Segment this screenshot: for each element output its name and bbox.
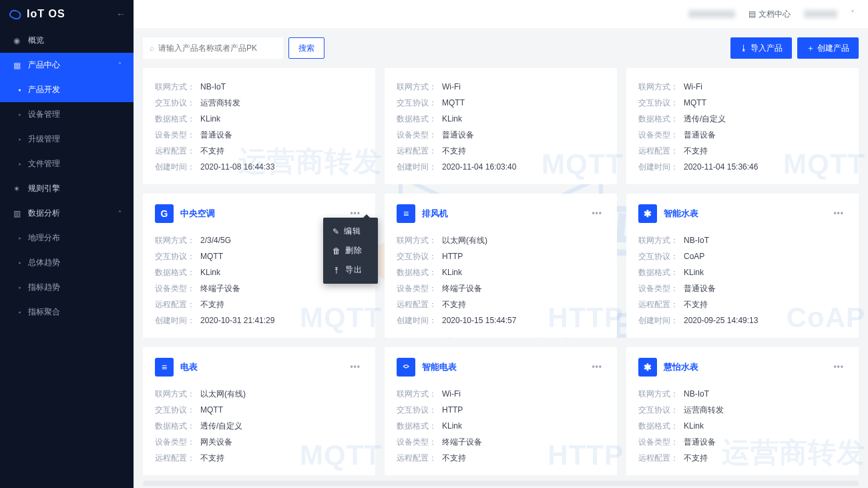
field-protocol: 交互协议：CoAP	[638, 248, 847, 264]
doc-icon: ▤	[748, 9, 756, 19]
search-input[interactable]	[158, 43, 276, 53]
field-label: 数据格式：	[638, 418, 678, 434]
field-label: 交互协议：	[638, 95, 678, 111]
field-label: 交互协议：	[638, 402, 678, 418]
horizontal-scrollbar[interactable]	[143, 481, 859, 486]
sidebar-item-upgrade-mgmt[interactable]: 升级管理	[0, 127, 134, 152]
product-title[interactable]: 中央空调	[180, 208, 215, 220]
create-product-button[interactable]: ＋创建产品	[797, 37, 859, 59]
card-header: ≡ 电表 •••	[155, 358, 363, 377]
sidebar-label: 设备管理	[28, 109, 60, 119]
product-title[interactable]: 智能电表	[422, 361, 457, 373]
product-title[interactable]: 智能水表	[664, 208, 698, 220]
field-net: 联网方式：以太网(有线)	[155, 386, 363, 402]
field-protocol: 交互协议：运营商转发	[155, 95, 363, 111]
sidebar-collapse-icon[interactable]: ←	[116, 9, 126, 19]
sidebar-item-device-mgmt[interactable]: 设备管理	[0, 102, 134, 127]
sidebar-item-product-dev[interactable]: 产品开发	[0, 77, 134, 102]
field-label: 数据格式：	[155, 418, 195, 434]
field-label: 设备类型：	[155, 280, 195, 296]
field-value: CoAP	[684, 248, 704, 264]
sidebar-item-geo-dist[interactable]: 地理分布	[0, 226, 134, 250]
field-label: 设备类型：	[638, 434, 678, 450]
field-net: 联网方式：NB-IoT	[155, 79, 363, 95]
sidebar-label: 产品中心	[28, 59, 60, 71]
field-net: 联网方式：Wi-Fi	[397, 386, 605, 402]
product-type-icon: ⌔	[397, 358, 415, 377]
field-remote-config: 远程配置：不支持	[155, 450, 363, 466]
card-more-button[interactable]: •••	[347, 361, 363, 373]
chevron-up-icon: ˄	[118, 61, 122, 69]
popover-export[interactable]: ⭱导出	[323, 260, 378, 280]
search-button[interactable]: 搜索	[288, 37, 324, 59]
card-more-button[interactable]: •••	[831, 208, 847, 220]
button-label: 搜索	[298, 43, 314, 54]
field-format: 数据格式：KLink	[397, 111, 605, 127]
field-label: 创建时间：	[638, 159, 678, 175]
field-device-type: 设备类型：终端子设备	[397, 280, 605, 296]
pencil-icon: ✎	[333, 227, 340, 236]
field-label: 交互协议：	[397, 402, 437, 418]
field-value: KLink	[442, 111, 462, 127]
field-net: 联网方式：以太网(有线)	[397, 232, 605, 248]
field-value: 普通设备	[684, 434, 716, 450]
card-more-button[interactable]: •••	[589, 208, 605, 220]
card-more-button[interactable]: •••	[831, 361, 847, 373]
field-label: 创建时间：	[155, 312, 195, 328]
sidebar-item-data-analysis[interactable]: ▥数据分析˄	[0, 201, 134, 226]
field-device-type: 设备类型：普通设备	[638, 127, 847, 143]
plus-icon: ＋	[807, 43, 815, 54]
field-value: 终端子设备	[442, 434, 482, 450]
product-card: ⌔ 智能电表 ••• 联网方式：Wi-Fi交互协议：HTTP数据格式：KLink…	[385, 347, 617, 475]
field-label: 联网方式：	[155, 232, 195, 248]
sidebar: IoT OS ← ◉概览 ▦产品中心˄ 产品开发 设备管理 升级管理 文件管理 …	[0, 0, 134, 488]
field-label: 远程配置：	[638, 450, 678, 466]
field-value: MQTT	[200, 248, 223, 264]
field-value: 2020-10-15 15:44:57	[442, 312, 516, 328]
field-protocol: 交互协议：MQTT	[397, 95, 605, 111]
product-type-icon: ≡	[397, 204, 415, 223]
field-value: 终端子设备	[442, 280, 482, 296]
brand-text: IoT OS	[27, 8, 65, 20]
field-value: KLink	[200, 264, 220, 280]
import-product-button[interactable]: ⭳导入产品	[730, 37, 792, 59]
product-card: ≡ 电表 ••• 联网方式：以太网(有线)交互协议：MQTT数据格式：透传/自定…	[143, 347, 375, 475]
field-label: 远程配置：	[397, 296, 437, 312]
field-created-time: 创建时间：2020-10-15 15:44:57	[397, 312, 605, 328]
field-created-time: 创建时间：2020-11-04 16:03:40	[397, 159, 605, 175]
sidebar-item-rule-engine[interactable]: ✶规则引擎	[0, 176, 134, 201]
redacted-user[interactable]	[804, 10, 837, 18]
doc-center-link[interactable]: ▤文档中心	[748, 9, 791, 20]
field-value: 透传/自定义	[200, 418, 242, 434]
sidebar-item-file-mgmt[interactable]: 文件管理	[0, 152, 134, 176]
sidebar-label: 指标聚合	[28, 307, 60, 316]
field-net: 联网方式：NB-IoT	[638, 232, 847, 248]
field-remote-config: 远程配置：不支持	[155, 296, 363, 312]
field-label: 联网方式：	[397, 79, 437, 95]
field-remote-config: 远程配置：不支持	[397, 296, 605, 312]
product-title[interactable]: 慧怡水表	[664, 361, 698, 373]
card-more-button[interactable]: ••• ✎编辑 🗑删除 ⭱导出	[347, 208, 363, 220]
button-label: 导入产品	[750, 43, 783, 54]
field-label: 远程配置：	[638, 143, 678, 159]
product-title[interactable]: 电表	[180, 361, 198, 373]
sidebar-item-overall-trend[interactable]: 总体趋势	[0, 250, 134, 275]
card-more-button[interactable]: •••	[589, 361, 605, 373]
sidebar-label: 文件管理	[28, 159, 60, 168]
search-box: ⌕	[143, 37, 283, 59]
field-value: 2020-10-31 21:41:29	[200, 312, 274, 328]
popover-edit[interactable]: ✎编辑	[323, 222, 378, 241]
sidebar-item-overview[interactable]: ◉概览	[0, 28, 134, 53]
chevron-down-icon[interactable]: ˅	[851, 9, 855, 19]
field-value: KLink	[442, 418, 462, 434]
card-header: ✱ 智能水表 •••	[638, 204, 847, 223]
popover-delete[interactable]: 🗑删除	[323, 241, 378, 260]
field-value: 不支持	[684, 296, 708, 312]
field-format: 数据格式：KLink	[638, 418, 847, 434]
field-device-type: 设备类型：普通设备	[638, 434, 847, 450]
field-label: 远程配置：	[155, 296, 195, 312]
sidebar-item-metric-trend[interactable]: 指标趋势	[0, 275, 134, 300]
sidebar-item-metric-agg[interactable]: 指标聚合	[0, 300, 134, 324]
product-title[interactable]: 排风机	[422, 208, 448, 220]
sidebar-item-product-center[interactable]: ▦产品中心˄	[0, 53, 134, 77]
